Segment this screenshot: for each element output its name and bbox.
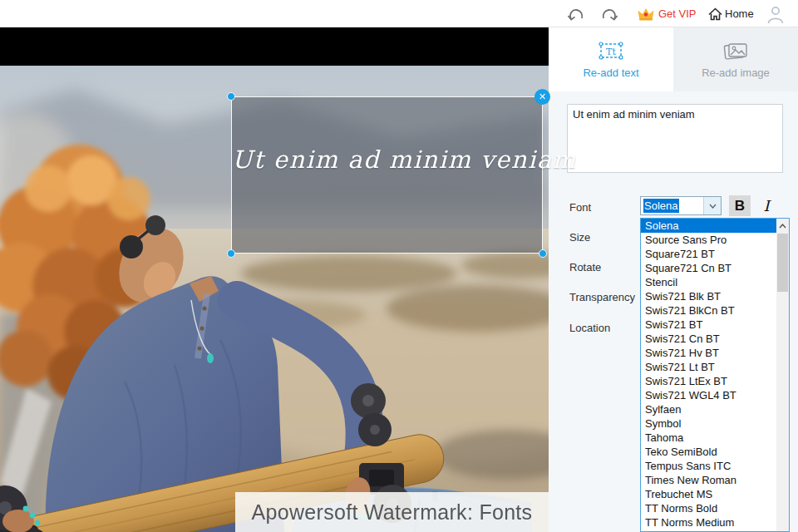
font-option[interactable]: Swis721 LtEx BT <box>641 374 776 388</box>
font-dropdown-list: SolenaSource Sans ProSquare721 BTSquare7… <box>641 219 776 530</box>
watermark-close-button[interactable]: ✕ <box>534 89 550 105</box>
scrollbar-thumb[interactable] <box>777 234 788 292</box>
size-label: Size <box>569 231 590 244</box>
font-option[interactable]: Solena <box>641 219 776 233</box>
font-combobox-dropdown-button[interactable] <box>703 197 721 214</box>
crown-icon <box>637 7 655 22</box>
font-option[interactable]: TT Norms Medium <box>641 515 776 530</box>
home-button[interactable]: Home <box>708 0 754 27</box>
home-icon <box>708 7 722 21</box>
resize-handle-top-left[interactable] <box>227 92 235 101</box>
bold-button[interactable]: B <box>729 195 751 216</box>
transparency-label: Transparency <box>569 291 635 303</box>
settings-panel: Tt Re-add text Re-add image Ut enim ad m… <box>549 27 798 532</box>
get-vip-button[interactable]: Get VIP <box>637 0 697 27</box>
font-option[interactable]: Times New Roman <box>641 473 776 487</box>
rotate-label: Rotate <box>569 261 601 273</box>
text-watermark-icon: Tt <box>598 41 624 61</box>
get-vip-label: Get VIP <box>658 7 697 20</box>
undo-icon <box>567 7 585 22</box>
svg-text:Tt: Tt <box>606 46 616 57</box>
necklace-pendant <box>207 353 214 363</box>
font-option[interactable]: Swis721 BlkCn BT <box>641 303 776 318</box>
caption-bar: Apowersoft Watermark: Fonts <box>235 492 549 532</box>
font-option[interactable]: Source Sans Pro <box>641 233 776 247</box>
account-button[interactable] <box>766 0 785 27</box>
watermark-text-input[interactable]: Ut enim ad minim veniam <box>567 104 783 173</box>
font-option[interactable]: Swis721 WGL4 BT <box>641 388 776 402</box>
undo-button[interactable] <box>567 0 585 27</box>
font-label: Font <box>569 201 591 214</box>
font-option[interactable]: Swis721 BT <box>641 318 776 332</box>
font-option[interactable]: Swis721 Hv BT <box>641 346 776 360</box>
font-option[interactable]: Swis721 Blk BT <box>641 289 776 303</box>
tab-bar: Tt Re-add text Re-add image <box>549 27 798 91</box>
font-option[interactable]: Stencil <box>641 275 776 289</box>
caption-text: Apowersoft Watermark: Fonts <box>252 500 533 525</box>
font-list-scrollbar[interactable] <box>776 219 789 531</box>
tab-readd-text-label: Re-add text <box>583 66 638 79</box>
app-window: Get VIP Home <box>0 0 798 532</box>
chevron-down-icon <box>709 204 717 209</box>
location-label: Location <box>569 322 610 334</box>
font-option[interactable]: Square721 BT <box>641 247 776 261</box>
resize-handle-bottom-left[interactable] <box>227 249 235 258</box>
font-option[interactable]: Tempus Sans ITC <box>641 459 776 473</box>
redo-icon <box>600 7 618 22</box>
font-option[interactable]: Tahoma <box>641 431 776 445</box>
home-label: Home <box>725 7 754 20</box>
font-option[interactable]: Teko SemiBold <box>641 445 776 459</box>
font-option[interactable]: Square721 Cn BT <box>641 261 776 275</box>
font-option[interactable]: Sylfaen <box>641 402 776 416</box>
image-watermark-icon <box>722 41 749 61</box>
tab-readd-image[interactable]: Re-add image <box>673 27 798 91</box>
font-combobox[interactable]: Solena <box>640 196 722 215</box>
chevron-up-icon <box>779 224 786 229</box>
resize-handle-bottom-right[interactable] <box>539 249 547 258</box>
font-option[interactable]: Swis721 Lt BT <box>641 360 776 374</box>
font-option[interactable]: Trebuchet MS <box>641 487 776 501</box>
tab-readd-image-label: Re-add image <box>702 66 770 79</box>
italic-button[interactable]: I <box>756 195 777 216</box>
user-icon <box>766 4 785 24</box>
font-option[interactable]: TT Norms Bold <box>641 501 776 515</box>
scroll-up-button[interactable] <box>776 219 789 233</box>
tab-readd-text[interactable]: Tt Re-add text <box>549 27 673 91</box>
font-option[interactable]: Swis721 Cn BT <box>641 332 776 346</box>
font-option[interactable]: Symbol <box>641 416 776 431</box>
font-combobox-value[interactable]: Solena <box>641 197 703 214</box>
watermark-text-box[interactable]: Ut enim ad minim veniam ✕ <box>231 96 543 254</box>
redo-button[interactable] <box>600 0 618 27</box>
watermark-text: Ut enim ad minim veniam <box>232 145 542 174</box>
top-toolbar: Get VIP Home <box>0 0 798 27</box>
font-dropdown: SolenaSource Sans ProSquare721 BTSquare7… <box>640 218 790 532</box>
